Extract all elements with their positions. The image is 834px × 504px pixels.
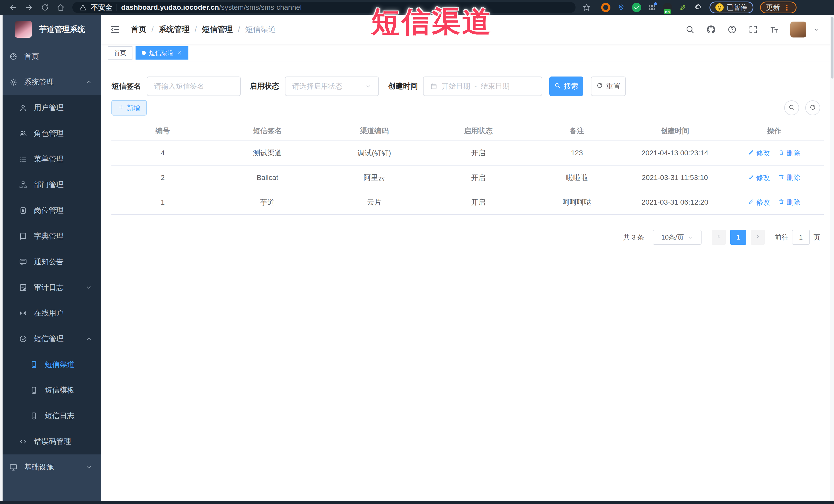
back-icon[interactable] (9, 3, 18, 12)
sidebar-item-role[interactable]: 角色管理 (0, 121, 101, 146)
content: 短信签名 启用状态 请选择启用状态 创建时间 开始日期 - 结束日期 (101, 62, 834, 501)
profile-paused-pill[interactable]: 已暂停 (709, 2, 753, 13)
breadcrumb-item: 短信渠道 (245, 24, 276, 35)
hamburger-icon[interactable] (110, 24, 120, 35)
app-logo[interactable]: 芋道管理系统 (0, 15, 101, 44)
grid-extension-icon[interactable] (648, 3, 657, 12)
table-row: 1芋道云片开启呵呵呵哒2021-03-31 06:12:20修改删除 (111, 190, 824, 215)
chevron-down-icon[interactable] (813, 26, 820, 33)
date-range-picker[interactable]: 开始日期 - 结束日期 (423, 76, 542, 96)
sign-label: 短信签名 (111, 81, 141, 91)
tag-label: 首页 (114, 49, 126, 57)
search-icon[interactable] (685, 25, 695, 35)
cell-sign: 测试渠道 (214, 141, 321, 165)
bookmark-star-icon[interactable] (582, 3, 591, 12)
table-header: 操作 (725, 121, 824, 141)
phone-icon (30, 412, 38, 420)
sidebar: 芋道管理系统 首页系统管理用户管理角色管理菜单管理部门管理岗位管理字典管理通知公… (0, 15, 101, 501)
font-size-icon[interactable] (769, 25, 779, 35)
green-check-extension-icon[interactable] (632, 3, 641, 12)
sidebar-item-post[interactable]: 岗位管理 (0, 198, 101, 223)
gear-icon (9, 78, 18, 86)
close-icon[interactable] (177, 50, 182, 56)
delete-link[interactable]: 删除 (778, 173, 800, 182)
next-page-button[interactable] (751, 230, 765, 245)
page-size-select[interactable]: 10条/页 (653, 230, 702, 245)
prev-page-button[interactable] (712, 230, 726, 245)
sign-input-wrap (147, 76, 241, 96)
toggle-search-button[interactable] (784, 101, 799, 115)
goto-page-input[interactable]: 1 (792, 230, 810, 245)
edit-link[interactable]: 修改 (748, 173, 770, 182)
sidebar-item-sms-log[interactable]: 短信日志 (0, 403, 101, 429)
home-icon[interactable] (57, 3, 65, 12)
cell-created: 2021-03-31 11:53:10 (625, 165, 725, 190)
start-date-placeholder[interactable]: 开始日期 (441, 81, 470, 91)
scrollbar-thumb[interactable] (831, 17, 833, 79)
docs-help-icon[interactable] (727, 25, 737, 35)
avatar[interactable] (790, 22, 806, 38)
add-button[interactable]: 新增 (111, 100, 147, 115)
cell-remark: 123 (529, 141, 625, 165)
github-icon[interactable] (706, 25, 716, 35)
recorder-extension-icon[interactable]: on (663, 3, 672, 12)
sidebar-item-dept[interactable]: 部门管理 (0, 172, 101, 198)
reload-icon[interactable] (41, 3, 49, 12)
refresh-icon (596, 82, 603, 91)
breadcrumb-item[interactable]: 系统管理 (159, 24, 190, 35)
location-pin-extension-icon[interactable] (617, 3, 626, 12)
tag-item[interactable]: 首页 (108, 46, 132, 60)
sidebar-item-sms-template[interactable]: 短信模板 (0, 377, 101, 403)
edit-link[interactable]: 修改 (748, 148, 770, 158)
sidebar-item-label: 审计日志 (34, 282, 64, 293)
active-dot-icon (142, 51, 146, 55)
search-button[interactable]: 搜索 (549, 76, 583, 96)
chevron-down-icon (687, 235, 693, 240)
cell-id: 1 (111, 190, 214, 215)
page-scrollbar[interactable] (830, 15, 834, 501)
browser-menu-icon[interactable]: ⋮ (783, 3, 791, 12)
sidebar-item-error-code[interactable]: 错误码管理 (0, 429, 101, 455)
status-select[interactable]: 请选择启用状态 (285, 76, 379, 96)
security-label[interactable]: 不安全 (91, 3, 112, 12)
sidebar-item-notice[interactable]: 通知公告 (0, 249, 101, 275)
breadcrumb: 首页/系统管理/短信管理/短信渠道 (131, 24, 276, 35)
edit-link[interactable]: 修改 (748, 198, 770, 207)
refresh-table-button[interactable] (805, 101, 820, 115)
sidebar-item-dict[interactable]: 字典管理 (0, 223, 101, 249)
navbar-right (685, 22, 820, 38)
delete-link[interactable]: 删除 (778, 198, 800, 207)
delete-link[interactable]: 删除 (778, 148, 800, 158)
chrome-update-button[interactable]: 更新 ⋮ (760, 2, 796, 13)
sidebar-item-label: 短信渠道 (45, 359, 74, 370)
reset-button[interactable]: 重置 (591, 76, 626, 96)
puzzle-extensions-icon-icon[interactable] (694, 3, 703, 12)
sidebar-item-user[interactable]: 用户管理 (0, 95, 101, 121)
forward-icon[interactable] (25, 3, 34, 12)
sidebar-item-infra[interactable]: 基础设施 (0, 455, 101, 480)
tag-active[interactable]: 短信渠道 (135, 46, 189, 60)
sign-input[interactable] (154, 82, 234, 90)
trash-icon (778, 174, 785, 182)
page-number-1[interactable]: 1 (730, 230, 746, 245)
sidebar-item-online-user[interactable]: 在线用户 (0, 300, 101, 326)
online-icon (19, 309, 27, 317)
sidebar-item-audit-log[interactable]: 审计日志 (0, 275, 101, 300)
breadcrumb-item[interactable]: 首页 (131, 24, 146, 35)
orange-ring-extension-icon[interactable] (601, 3, 610, 12)
breadcrumb-item[interactable]: 短信管理 (202, 24, 233, 35)
leaf-extension-icon[interactable] (678, 3, 687, 12)
cell-actions: 修改删除 (725, 141, 824, 165)
end-date-placeholder[interactable]: 结束日期 (481, 81, 509, 91)
address-bar[interactable]: 不安全 dashboard.yudao.iocoder.cn/system/sm… (72, 2, 575, 13)
sidebar-item-menu[interactable]: 菜单管理 (0, 146, 101, 172)
fullscreen-icon[interactable] (748, 25, 758, 35)
sidebar-item-label: 角色管理 (34, 128, 64, 139)
sidebar-item-sms-channel[interactable]: 短信渠道 (0, 352, 101, 377)
chevron-up-icon (85, 79, 92, 86)
calendar-icon (430, 83, 437, 90)
sidebar-item-system[interactable]: 系统管理 (0, 69, 101, 95)
sidebar-item-home[interactable]: 首页 (0, 44, 101, 69)
sidebar-item-sms[interactable]: 短信管理 (0, 326, 101, 352)
warning-icon (79, 4, 87, 11)
